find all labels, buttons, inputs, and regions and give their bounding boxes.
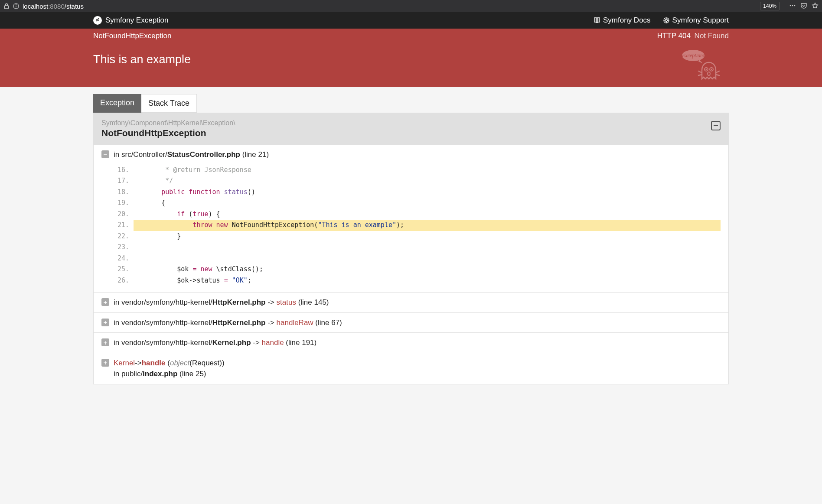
trace-frame: Kernel->handle (object(Request)) in publ… bbox=[94, 353, 728, 384]
svg-point-17 bbox=[706, 69, 707, 70]
svg-point-19 bbox=[708, 72, 710, 75]
exception-short-name: NotFoundHttpException bbox=[93, 32, 172, 40]
trace-frame: in vendor/symfony/http-kernel/Kernel.php… bbox=[94, 332, 728, 353]
symfony-header: Symfony Exception Symfony Docs Symfony S… bbox=[0, 12, 822, 29]
svg-text:Exception!: Exception! bbox=[682, 52, 705, 59]
frame-location: Kernel->handle (object(Request)) in publ… bbox=[114, 358, 225, 380]
url-port: :8080 bbox=[48, 3, 65, 10]
line-number: 25. bbox=[114, 264, 134, 275]
exception-panel: Symfony\Component\HttpKernel\Exception\ … bbox=[93, 113, 729, 384]
line-number: 21. bbox=[114, 220, 134, 231]
frame-location: in vendor/symfony/http-kernel/HttpKernel… bbox=[114, 297, 329, 308]
code-text: } bbox=[134, 231, 721, 242]
line-number: 20. bbox=[114, 209, 134, 220]
tab-exception[interactable]: Exception bbox=[93, 94, 141, 113]
bookmark-star-icon[interactable] bbox=[812, 2, 819, 10]
svg-point-4 bbox=[790, 5, 791, 6]
toggle-plus-icon[interactable] bbox=[101, 359, 109, 367]
svg-point-3 bbox=[16, 4, 16, 5]
ghost-icon: Exception! bbox=[678, 49, 729, 81]
code-text: * @return JsonResponse bbox=[134, 165, 721, 176]
svg-rect-0 bbox=[5, 6, 9, 9]
symfony-docs-link[interactable]: Symfony Docs bbox=[594, 16, 651, 25]
toggle-plus-icon[interactable] bbox=[101, 298, 109, 306]
code-text: { bbox=[134, 198, 721, 209]
svg-point-8 bbox=[665, 20, 667, 22]
exception-classname: NotFoundHttpException bbox=[101, 128, 721, 138]
tabs: Exception Stack Trace bbox=[93, 94, 729, 113]
zoom-level[interactable]: 140% bbox=[760, 2, 780, 10]
support-label: Symfony Support bbox=[672, 16, 729, 25]
line-number: 19. bbox=[114, 198, 134, 209]
svg-point-18 bbox=[711, 69, 712, 70]
url-display[interactable]: localhost:8080/status bbox=[23, 3, 760, 10]
svg-point-5 bbox=[792, 5, 793, 6]
exception-message: This is an example bbox=[93, 53, 729, 66]
collapse-icon[interactable] bbox=[711, 121, 721, 130]
trace-frame: in vendor/symfony/http-kernel/HttpKernel… bbox=[94, 312, 728, 333]
code-text: $ok->status = "OK"; bbox=[134, 275, 721, 286]
symfony-support-link[interactable]: Symfony Support bbox=[663, 16, 729, 25]
exception-message-band: This is an example Exception! bbox=[0, 43, 822, 87]
toggle-minus-icon[interactable] bbox=[101, 150, 109, 158]
code-text: public function status() bbox=[134, 187, 721, 198]
http-status-code: HTTP 404 bbox=[657, 32, 691, 40]
frame-location: in src/Controller/StatusController.php (… bbox=[114, 149, 269, 160]
frame-location: in vendor/symfony/http-kernel/HttpKernel… bbox=[114, 317, 342, 328]
line-number: 22. bbox=[114, 231, 134, 242]
panel-header: Symfony\Component\HttpKernel\Exception\ … bbox=[94, 113, 728, 144]
code-text: $ok = new \stdClass(); bbox=[134, 264, 721, 275]
code-text: */ bbox=[134, 176, 721, 187]
url-host: localhost bbox=[23, 3, 48, 10]
code-text: if (true) { bbox=[134, 209, 721, 220]
svg-point-6 bbox=[794, 5, 796, 6]
line-number: 16. bbox=[114, 165, 134, 176]
more-icon[interactable] bbox=[789, 2, 796, 10]
url-path: /status bbox=[65, 3, 84, 10]
info-icon bbox=[13, 3, 19, 10]
symfony-logo-icon bbox=[93, 16, 102, 25]
trace-frame: in src/Controller/StatusController.php (… bbox=[94, 144, 728, 292]
line-number: 26. bbox=[114, 275, 134, 286]
exception-namespace: Symfony\Component\HttpKernel\Exception\ bbox=[101, 119, 721, 127]
source-code: 16. * @return JsonResponse 17. */ 18. pu… bbox=[114, 165, 721, 286]
docs-label: Symfony Docs bbox=[603, 16, 651, 25]
frame-location: in vendor/symfony/http-kernel/Kernel.php… bbox=[114, 337, 316, 348]
browser-address-bar: localhost:8080/status 140% bbox=[0, 0, 822, 12]
line-number: 24. bbox=[114, 253, 134, 264]
line-number: 23. bbox=[114, 242, 134, 253]
status-line: NotFoundHttpException HTTP 404 Not Found bbox=[0, 29, 822, 43]
tab-stack-trace[interactable]: Stack Trace bbox=[141, 94, 197, 113]
header-title: Symfony Exception bbox=[105, 16, 169, 25]
code-text: throw new NotFoundHttpException("This is… bbox=[134, 220, 721, 231]
toggle-plus-icon[interactable] bbox=[101, 338, 109, 346]
pocket-icon[interactable] bbox=[800, 2, 807, 10]
toggle-plus-icon[interactable] bbox=[101, 319, 109, 326]
http-status-text: Not Found bbox=[695, 32, 729, 40]
lock-icon bbox=[3, 3, 10, 10]
line-number: 18. bbox=[114, 187, 134, 198]
trace-frame: in vendor/symfony/http-kernel/HttpKernel… bbox=[94, 292, 728, 312]
line-number: 17. bbox=[114, 176, 134, 187]
